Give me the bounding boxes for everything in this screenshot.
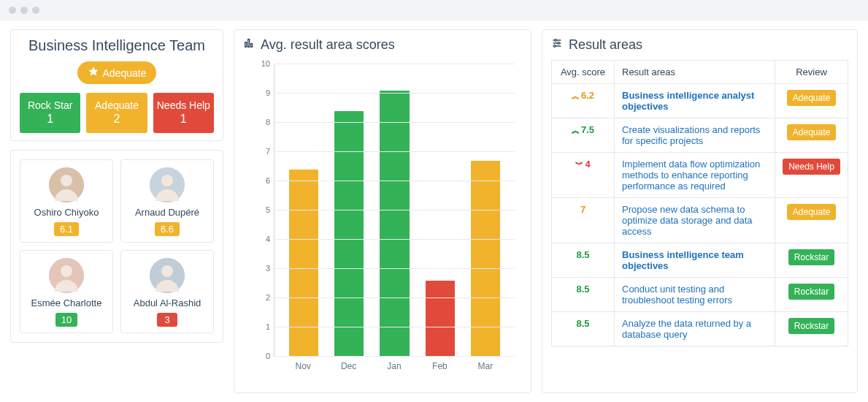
chart-column: Avg. result area scores 012345678910 Nov… [234,29,531,393]
team-overall-badge-label: Adequate [103,67,147,79]
avatar [49,258,84,293]
team-summary-panel: Business Intelligence Team Adequate Rock… [10,29,223,141]
status-box-green[interactable]: Rock Star1 [20,93,80,133]
result-areas-table: Avg. score Result areas Review ︽6.2Busin… [551,60,848,346]
chart-area: 012345678910 NovDecJanFebMar [243,60,522,386]
x-tick-label: Mar [471,361,500,371]
svg-point-7 [161,265,173,277]
gridline: 1 [274,327,515,327]
window-dot [32,7,39,14]
avatar [150,167,185,202]
svg-point-1 [61,175,72,186]
person-card[interactable]: Arnaud Dupéré6.6 [120,159,214,243]
result-area-link[interactable]: Analyze the data returned by a database … [622,318,751,340]
avg-score-cell: 8.5 [552,278,615,312]
x-tick-label: Jan [380,361,409,371]
app-window: Business Intelligence Team Adequate Rock… [0,0,868,402]
person-card[interactable]: Oshiro Chiyoko6.1 [20,159,113,243]
status-count: 1 [23,112,77,127]
review-cell: Adequate [775,198,848,243]
status-row: Rock Star1Adequate2Needs Help1 [20,93,214,133]
status-box-orange[interactable]: Adequate2 [86,93,147,133]
review-badge[interactable]: Rockstar [788,284,834,300]
table-row: ︽7.5Create visualizations and reports fo… [552,118,848,153]
avg-score-cell: ︾4 [552,153,615,198]
col-header-area[interactable]: Result areas [615,61,775,84]
person-score-chip: 6.6 [155,222,180,236]
table-row: 8.5Business intelligence team objectives… [552,243,848,278]
star-icon [88,66,99,80]
avatar [49,167,84,202]
review-cell: Rockstar [775,312,848,346]
y-tick-label: 9 [253,88,270,97]
status-label: Needs Help [157,99,210,111]
chart-bar[interactable] [426,281,455,357]
review-badge[interactable]: Rockstar [788,318,834,334]
chart-bar[interactable] [289,170,318,357]
result-area-link[interactable]: Create visualizations and reports for sp… [622,124,760,146]
result-area-link[interactable]: Propose new data schema to optimize data… [622,204,753,237]
gridline: 4 [274,239,515,240]
chart-panel: Avg. result area scores 012345678910 Nov… [234,29,531,393]
table-row: 8.5Analyze the data returned by a databa… [552,312,848,346]
avg-score-value: 7 [580,204,585,215]
review-badge[interactable]: Adequate [787,124,836,140]
avg-score-value: 4 [585,159,590,170]
svg-rect-9 [248,39,250,48]
result-area-link[interactable]: Implement data flow optimization methods… [622,159,760,191]
x-tick-label: Dec [334,361,363,371]
result-area-link[interactable]: Business intelligence team objectives [622,249,744,271]
y-tick-label: 1 [253,322,270,331]
team-name: Business Intelligence Team [20,37,214,54]
avg-score-value: 7.5 [581,124,594,135]
gridline: 9 [274,93,515,94]
person-score-chip: 6.1 [54,222,79,236]
result-areas-panel: Result areas Avg. score Result areas Rev… [542,29,858,393]
x-tick-label: Nov [288,361,318,371]
result-area-link[interactable]: Conduct unit testing and troubleshoot te… [622,284,732,306]
avg-score-cell: 8.5 [552,312,615,346]
col-header-review[interactable]: Review [775,61,848,84]
dashboard-content: Business Intelligence Team Adequate Rock… [0,20,868,402]
review-badge[interactable]: Rockstar [788,249,834,265]
person-name: Abdul Al-Rashid [126,297,209,308]
person-name: Esmée Charlotte [25,297,108,308]
chart-plot: 012345678910 [274,64,515,357]
svg-point-14 [558,42,560,45]
gridline: 0 [274,356,515,357]
y-tick-label: 2 [253,293,270,302]
gridline: 6 [274,181,515,181]
col-header-score[interactable]: Avg. score [552,61,615,84]
person-name: Oshiro Chiyoko [25,207,108,218]
table-header-row: Avg. score Result areas Review [552,61,848,84]
result-area-cell: Create visualizations and reports for sp… [615,118,775,153]
svg-rect-10 [251,44,253,48]
result-area-cell: Business intelligence team objectives [615,243,775,278]
y-tick-label: 7 [253,147,270,156]
chart-bar[interactable] [380,91,409,357]
table-row: 8.5Conduct unit testing and troubleshoot… [552,278,848,312]
y-tick-label: 8 [253,118,270,126]
avg-score-cell: 7 [552,198,615,243]
status-count: 2 [89,112,144,127]
person-card[interactable]: Esmée Charlotte10 [20,250,113,333]
result-area-cell: Propose new data schema to optimize data… [615,198,775,243]
person-card[interactable]: Abdul Al-Rashid3 [120,250,214,333]
chart-bar[interactable] [334,111,364,357]
person-score-chip: 10 [55,313,77,327]
team-overall-badge: Adequate [77,61,157,84]
result-area-link[interactable]: Business intelligence analyst objectives [622,90,754,112]
gridline: 10 [274,64,515,64]
result-areas-column: Result areas Avg. score Result areas Rev… [542,29,858,393]
review-badge[interactable]: Adequate [787,204,836,220]
window-titlebar [0,0,868,20]
review-badge[interactable]: Needs Help [783,159,840,175]
chevron-up-icon: ︽ [572,91,580,100]
svg-point-12 [555,39,557,42]
gridline: 5 [274,210,515,211]
gridline: 3 [274,268,515,269]
left-column: Business Intelligence Team Adequate Rock… [10,29,223,393]
result-area-cell: Analyze the data returned by a database … [615,312,775,346]
status-box-red[interactable]: Needs Help1 [153,93,214,133]
review-badge[interactable]: Adequate [787,90,836,106]
